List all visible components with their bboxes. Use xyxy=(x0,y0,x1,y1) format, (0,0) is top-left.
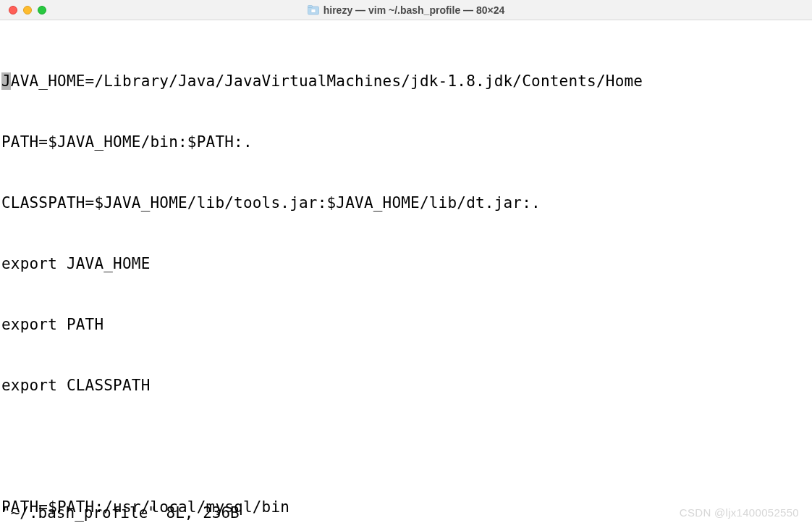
line-text: export JAVA_HOME xyxy=(1,255,151,272)
window-title: hirezy — vim ~/.bash_profile — 80×24 xyxy=(323,4,505,16)
line-text: CLASSPATH=$JAVA_HOME/lib/tools.jar:$JAVA… xyxy=(1,194,541,212)
line-text: AVA_HOME=/Library/Java/JavaVirtualMachin… xyxy=(11,72,643,90)
cursor: J xyxy=(1,72,11,90)
file-line: CLASSPATH=$JAVA_HOME/lib/tools.jar:$JAVA… xyxy=(1,193,811,213)
svg-rect-1 xyxy=(308,5,312,7)
svg-rect-0 xyxy=(308,7,318,14)
window-titlebar: hirezy — vim ~/.bash_profile — 80×24 xyxy=(0,0,812,20)
file-line: export CLASSPATH xyxy=(1,375,811,396)
close-button[interactable] xyxy=(9,6,17,14)
watermark: CSDN @ljx1400052550 xyxy=(680,506,799,519)
maximize-button[interactable] xyxy=(38,6,46,14)
file-line: export JAVA_HOME xyxy=(1,254,811,274)
traffic-lights xyxy=(9,6,46,14)
file-line: JAVA_HOME=/Library/Java/JavaVirtualMachi… xyxy=(1,71,811,91)
terminal-content[interactable]: JAVA_HOME=/Library/Java/JavaVirtualMachi… xyxy=(0,20,812,523)
line-text: export PATH xyxy=(1,316,103,333)
window-title-wrap: hirezy — vim ~/.bash_profile — 80×24 xyxy=(0,4,812,16)
vim-status-line: "~/.bash_profile" 8L, 236B xyxy=(1,503,240,523)
folder-icon xyxy=(308,5,319,15)
file-line: export PATH xyxy=(1,314,811,335)
file-line xyxy=(1,436,811,456)
file-line: PATH=$JAVA_HOME/bin:$PATH:. xyxy=(1,132,811,152)
line-text: PATH=$JAVA_HOME/bin:$PATH:. xyxy=(1,133,253,151)
svg-rect-2 xyxy=(311,9,316,12)
line-text: export CLASSPATH xyxy=(1,377,151,394)
minimize-button[interactable] xyxy=(23,6,32,14)
